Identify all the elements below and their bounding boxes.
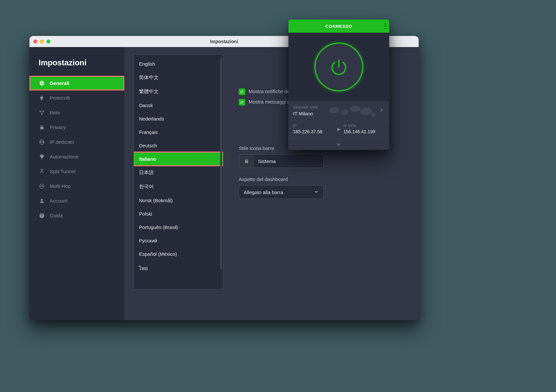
- server-label: SERVER VPN: [293, 106, 318, 109]
- help-icon: [39, 212, 45, 219]
- person-icon: [39, 198, 45, 204]
- sidebar-item-label: Multi-Hop: [50, 183, 71, 189]
- sidebar-item-label: Split Tunnel: [50, 169, 75, 174]
- svg-point-5: [341, 109, 349, 115]
- lang-option-korean[interactable]: 한국어: [134, 180, 223, 194]
- sidebar-item-automazione[interactable]: Automazione: [29, 149, 124, 164]
- expand-dashboard-button[interactable]: [288, 138, 389, 150]
- lang-option-japanese[interactable]: 日本語: [134, 166, 223, 180]
- lang-option-deutsch[interactable]: Deutsch: [134, 139, 223, 152]
- sidebar-item-label: Generali: [50, 80, 69, 86]
- lightbulb-icon: [39, 154, 45, 160]
- lang-option-zh-hant[interactable]: 繁體中文: [134, 85, 223, 99]
- power-area: [288, 33, 389, 101]
- ipvpn-label: IP VPN: [343, 124, 385, 128]
- lang-option-thai[interactable]: ไทย: [134, 261, 223, 276]
- lang-option-italiano[interactable]: Italiano: [134, 152, 223, 166]
- connection-status-bar: CONNESSO: [288, 20, 389, 33]
- sidebar-item-multi-hop[interactable]: Multi-Hop: [29, 179, 124, 193]
- svg-point-9: [355, 107, 356, 109]
- lock-icon: [239, 155, 254, 168]
- lang-option-ptbr[interactable]: Português (Brasil): [134, 220, 223, 234]
- lang-option-english[interactable]: English: [134, 57, 223, 71]
- sidebar-item-label: Privacy: [50, 124, 66, 130]
- svg-point-8: [371, 113, 376, 117]
- plug-icon: [39, 95, 45, 101]
- close-window-button[interactable]: [33, 40, 37, 43]
- connection-status: CONNESSO: [325, 24, 352, 29]
- ip-info-row: IP 185.226.37.58 ▶ IP VPN 156.146.41.199: [288, 120, 389, 138]
- network-icon: [39, 109, 45, 116]
- sidebar-item-privacy[interactable]: Privacy: [29, 120, 124, 135]
- server-selector[interactable]: SERVER VPN IT Milano: [288, 101, 389, 120]
- ip-label: IP: [293, 124, 334, 128]
- lang-option-russian[interactable]: Русский: [134, 234, 223, 247]
- zoom-window-button[interactable]: [46, 40, 50, 43]
- sidebar-item-generali[interactable]: Generali: [29, 76, 124, 90]
- sidebar-item-split-tunnel[interactable]: Split Tunnel: [29, 164, 124, 179]
- lang-option-francais[interactable]: Français: [134, 125, 223, 139]
- chevron-down-icon: [336, 141, 342, 148]
- power-toggle-button[interactable]: [314, 42, 363, 91]
- more-menu-button[interactable]: [385, 20, 386, 33]
- checkbox-checked-icon: ✔: [239, 89, 245, 95]
- language-scrollbar[interactable]: [220, 58, 222, 270]
- sidebar-item-ip-dedicato[interactable]: IP dedicato: [29, 135, 124, 149]
- arrow-right-icon: ▶: [336, 124, 341, 134]
- lang-option-zh-hans[interactable]: 简体中文: [134, 71, 223, 85]
- chevron-right-icon: [379, 107, 385, 115]
- sidebar-item-label: Account: [50, 198, 67, 204]
- ip-value: 185.226.37.58: [293, 129, 334, 134]
- dashboard-value: Allegato alla barra: [244, 189, 283, 195]
- split-icon: [39, 168, 45, 175]
- connection-dashboard: CONNESSO SERVER VPN IT Milano: [288, 20, 389, 150]
- sidebar-item-protocolli[interactable]: Protocolli: [29, 90, 124, 105]
- checkbox-checked-icon: ✔: [239, 99, 245, 106]
- sidebar-item-label: Rete: [50, 110, 60, 115]
- gear-icon: [39, 80, 45, 87]
- lang-option-dansk[interactable]: Dansk: [134, 99, 223, 112]
- lang-option-norsk[interactable]: Norsk (Bokmål): [134, 194, 223, 207]
- sidebar-item-guida[interactable]: Guida: [29, 208, 124, 223]
- icon-style-select[interactable]: Sistema: [239, 154, 324, 168]
- ipvpn-value: 156.146.41.199: [343, 129, 385, 134]
- sidebar-item-label: Guida: [50, 213, 63, 218]
- lang-option-nederlands[interactable]: Nederlands: [134, 112, 223, 125]
- multihop-icon: [39, 183, 45, 189]
- minimize-window-button[interactable]: [40, 40, 44, 43]
- world-map-icon: [326, 104, 379, 120]
- lang-option-polski[interactable]: Polski: [134, 207, 223, 220]
- chevron-down-icon: [314, 189, 319, 195]
- power-icon: [329, 57, 349, 77]
- icon-style-value: Sistema: [254, 158, 323, 164]
- window-traffic-lights: [33, 40, 50, 43]
- sidebar-item-label: Automazione: [50, 154, 78, 159]
- sidebar-item-label: Protocolli: [50, 95, 70, 101]
- server-name: IT Milano: [293, 111, 318, 116]
- sidebar-item-rete[interactable]: Rete: [29, 105, 124, 120]
- dashboard-section-label: Aspetto del dashboard: [239, 176, 409, 182]
- lang-option-esmx[interactable]: Español (México): [134, 247, 223, 261]
- settings-sidebar: Impostazioni Generali Protocolli Rete: [29, 47, 124, 320]
- dashboard-appearance-select[interactable]: Allegato alla barra: [239, 185, 324, 199]
- sidebar-heading: Impostazioni: [29, 58, 124, 76]
- lock-icon: [39, 124, 45, 131]
- globe-ip-icon: [39, 139, 45, 145]
- sidebar-item-label: IP dedicato: [50, 139, 74, 145]
- language-listbox[interactable]: English 简体中文 繁體中文 Dansk Nederlands Franç…: [133, 54, 223, 289]
- svg-point-4: [329, 107, 339, 114]
- svg-point-7: [360, 108, 372, 115]
- sidebar-item-account[interactable]: Account: [29, 193, 124, 208]
